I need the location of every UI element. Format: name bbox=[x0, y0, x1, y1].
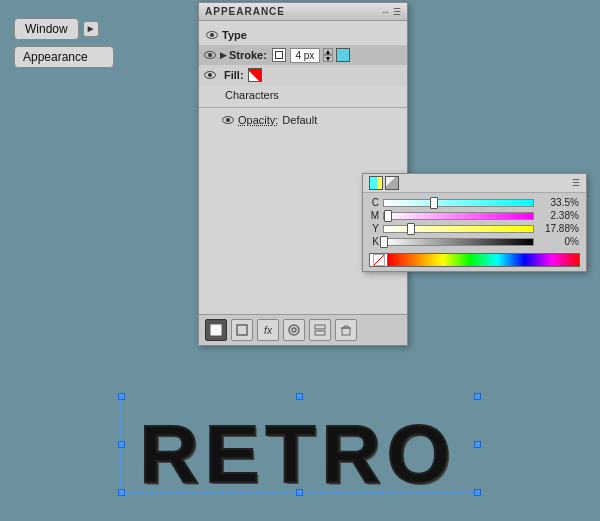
spectrum-none-area bbox=[370, 254, 388, 266]
opacity-label: Opacity: bbox=[238, 114, 278, 126]
eye-shape bbox=[206, 31, 218, 39]
none-swatch bbox=[373, 254, 385, 266]
handle-top-right[interactable] bbox=[474, 393, 481, 400]
top-buttons-group: Window ► Appearance bbox=[14, 18, 114, 68]
stroke-eye-shape bbox=[204, 51, 216, 59]
m-slider-track[interactable] bbox=[383, 212, 534, 220]
c-value: 33.5 bbox=[538, 197, 570, 208]
stroke-stepper-up[interactable]: ▲ bbox=[323, 48, 333, 55]
color-panel: ☰ C 33.5 % M 2.38 % Y 17.88 % bbox=[362, 173, 587, 272]
k-row: K 0 % bbox=[369, 236, 580, 247]
opacity-eye-pupil bbox=[226, 118, 230, 122]
toolbar-trash-btn[interactable] bbox=[335, 319, 357, 341]
y-slider-thumb[interactable] bbox=[407, 223, 415, 235]
toolbar-circle-btn[interactable] bbox=[283, 319, 305, 341]
square-solid-icon bbox=[210, 324, 222, 336]
trash-icon bbox=[340, 324, 352, 336]
type-eye-icon bbox=[205, 28, 219, 42]
m-value: 2.38 bbox=[538, 210, 570, 221]
opacity-row: Opacity: Default bbox=[199, 110, 407, 130]
stroke-eye-icon bbox=[203, 48, 217, 62]
m-row: M 2.38 % bbox=[369, 210, 580, 221]
yellow-half bbox=[377, 177, 383, 189]
fill-row: Fill: bbox=[199, 65, 407, 85]
fill-swatch-icon[interactable] bbox=[248, 68, 262, 82]
panel-menu-icon[interactable]: ☰ bbox=[393, 7, 401, 17]
stroke-eye-pupil bbox=[208, 53, 212, 57]
k-value: 0 bbox=[538, 236, 570, 247]
stroke-color-swatch[interactable] bbox=[336, 48, 350, 62]
square-empty-icon bbox=[236, 324, 248, 336]
c-slider-track[interactable] bbox=[383, 199, 534, 207]
stroke-stepper[interactable]: ▲ ▼ bbox=[323, 48, 333, 62]
svg-rect-5 bbox=[315, 331, 325, 335]
y-label: Y bbox=[369, 223, 379, 234]
opacity-eye-icon bbox=[221, 113, 235, 127]
chevron-right-icon[interactable]: ► bbox=[83, 21, 99, 37]
m-label: M bbox=[369, 210, 379, 221]
retro-text[interactable]: RETRO bbox=[140, 407, 457, 501]
y-row: Y 17.88 % bbox=[369, 223, 580, 234]
svg-rect-1 bbox=[237, 325, 247, 335]
panel-controls: ↔ ☰ bbox=[381, 7, 401, 17]
opacity-value: Default bbox=[282, 114, 317, 126]
stroke-size-input[interactable]: 4 px bbox=[290, 48, 320, 63]
c-slider-thumb[interactable] bbox=[430, 197, 438, 209]
toolbar-new-art-btn[interactable] bbox=[205, 319, 227, 341]
stroke-inner-swatch bbox=[275, 51, 283, 59]
stroke-triangle-icon: ▶ bbox=[220, 50, 227, 60]
type-label: Type bbox=[222, 29, 401, 41]
spectrum-bar[interactable] bbox=[369, 253, 580, 267]
characters-label: Characters bbox=[225, 89, 403, 101]
retro-text-container: RETRO bbox=[108, 407, 488, 501]
panel-titlebar: APPEARANCE ↔ ☰ bbox=[199, 3, 407, 21]
svg-rect-6 bbox=[342, 328, 350, 335]
k-slider-track[interactable] bbox=[383, 238, 534, 246]
stroke-swatch[interactable] bbox=[272, 48, 286, 62]
stroke-row: ▶ Stroke: 4 px ▲ ▼ bbox=[199, 45, 407, 65]
circle-icon bbox=[288, 324, 300, 336]
layers-icon bbox=[314, 324, 326, 336]
y-value: 17.88 bbox=[538, 223, 570, 234]
window-button-label: Window bbox=[25, 22, 68, 36]
type-row: Type bbox=[199, 25, 407, 45]
handle-top-left[interactable] bbox=[118, 393, 125, 400]
m-slider-thumb[interactable] bbox=[384, 210, 392, 222]
fill-eye-icon bbox=[203, 68, 217, 82]
spectrum-container bbox=[363, 251, 586, 271]
handle-top-middle[interactable] bbox=[296, 393, 303, 400]
color-panel-menu-icon[interactable]: ☰ bbox=[572, 178, 580, 188]
k-percent: % bbox=[570, 236, 580, 247]
svg-rect-4 bbox=[315, 325, 325, 329]
cube-gradient bbox=[386, 177, 398, 189]
opacity-eye-shape bbox=[222, 116, 234, 124]
k-slider-thumb[interactable] bbox=[380, 236, 388, 248]
m-percent: % bbox=[570, 210, 580, 221]
color-panel-body: C 33.5 % M 2.38 % Y 17.88 % K bbox=[363, 193, 586, 251]
k-label: K bbox=[369, 236, 379, 247]
y-percent: % bbox=[570, 223, 580, 234]
toolbar-grid-btn[interactable] bbox=[309, 319, 331, 341]
svg-rect-0 bbox=[211, 325, 221, 335]
c-percent: % bbox=[570, 197, 580, 208]
toolbar-clear-btn[interactable] bbox=[231, 319, 253, 341]
svg-point-3 bbox=[292, 328, 296, 332]
window-button[interactable]: Window bbox=[14, 18, 79, 40]
appearance-button-label: Appearance bbox=[23, 50, 88, 64]
toolbar-fx-btn[interactable]: fx bbox=[257, 319, 279, 341]
color-cube-icon bbox=[385, 176, 399, 190]
fill-eye-pupil bbox=[208, 73, 212, 77]
panel-separator bbox=[199, 107, 407, 108]
color-panel-header: ☰ bbox=[363, 174, 586, 193]
spectrum-gradient[interactable] bbox=[388, 254, 579, 266]
y-slider-track[interactable] bbox=[383, 225, 534, 233]
panel-title: APPEARANCE bbox=[205, 6, 285, 17]
color-swatch-icons bbox=[369, 176, 399, 190]
stroke-stepper-down[interactable]: ▼ bbox=[323, 55, 333, 62]
appearance-button[interactable]: Appearance bbox=[14, 46, 114, 68]
panel-collapse-icon[interactable]: ↔ bbox=[381, 7, 390, 17]
c-label: C bbox=[369, 197, 379, 208]
none-slash bbox=[374, 255, 384, 265]
fx-label: fx bbox=[264, 325, 272, 336]
cmyk-swatch-icon bbox=[369, 176, 383, 190]
